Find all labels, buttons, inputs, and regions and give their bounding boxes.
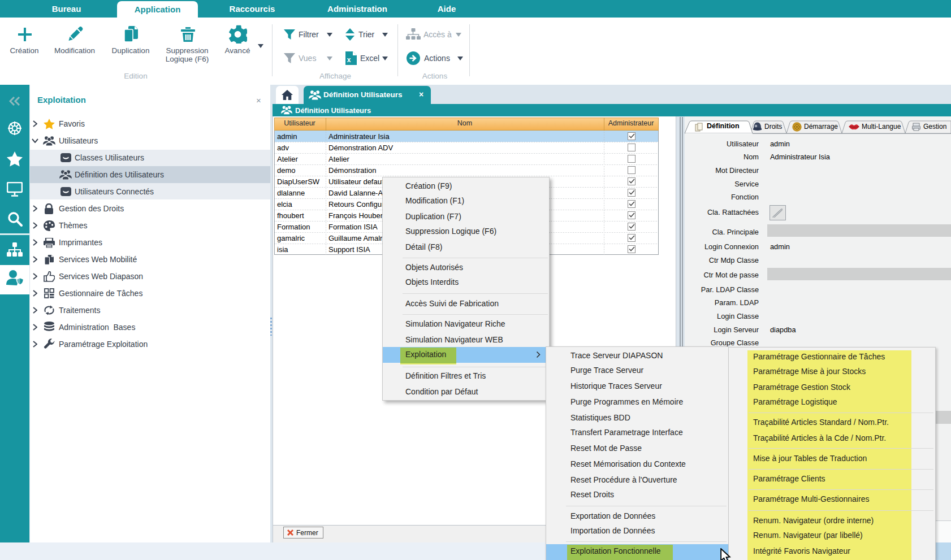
svg-text:x: x (347, 56, 351, 64)
